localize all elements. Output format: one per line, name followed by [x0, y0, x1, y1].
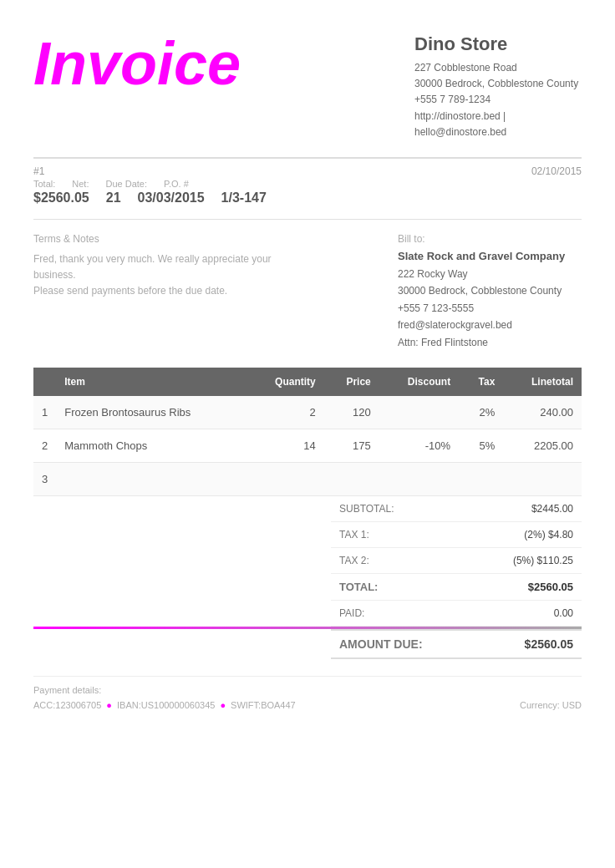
company-email: hello@dinostore.bed — [414, 124, 582, 140]
invoice-page: Invoice Dino Store 227 Cobblestone Road … — [0, 0, 615, 868]
subtotal-row: SUBTOTAL: $2445.00 — [331, 496, 582, 522]
row3-linetotal — [503, 462, 582, 495]
mid-section: Terms & Notes Fred, thank you very much.… — [33, 233, 582, 351]
row2-quantity: 14 — [247, 429, 324, 462]
dot-1: ● — [106, 700, 112, 710]
divider-1 — [33, 219, 582, 220]
amount-due-table: AMOUNT DUE: $2560.05 — [331, 629, 582, 659]
company-details: 227 Cobblestone Road 30000 Bedrock, Cobb… — [414, 60, 582, 140]
row3-item — [56, 462, 247, 495]
table-row: 3 — [33, 462, 582, 495]
bill-section: Bill to: Slate Rock and Gravel Company 2… — [398, 233, 582, 351]
total-label: Total: — [33, 179, 55, 189]
company-phone: +555 7 789-1234 — [414, 92, 582, 108]
po-value: 1/3-147 — [221, 190, 267, 206]
row1-linetotal: 240.00 — [503, 396, 582, 429]
bill-details: 222 Rocky Way 30000 Bedrock, Cobblestone… — [398, 266, 582, 351]
meta-values: $2560.05 21 03/03/2015 1/3-147 — [33, 190, 582, 206]
paid-row: PAID: 0.00 — [331, 601, 582, 627]
tax1-label: TAX 1: — [339, 529, 369, 541]
row1-tax: 2% — [459, 396, 503, 429]
table-header-row: Item Quantity Price Discount Tax Linetot… — [33, 368, 582, 396]
row1-price: 120 — [324, 396, 379, 429]
po-label: P.O. # — [164, 179, 189, 189]
row2-linetotal: 2205.00 — [503, 429, 582, 462]
totals-table: SUBTOTAL: $2445.00 TAX 1: (2%) $4.80 TAX… — [331, 496, 582, 627]
bill-to-label: Bill to: — [398, 233, 582, 245]
col-header-price: Price — [324, 368, 379, 396]
row2-item: Mammoth Chops — [56, 429, 247, 462]
items-table: Item Quantity Price Discount Tax Linetot… — [33, 368, 582, 496]
col-header-linetotal: Linetotal — [503, 368, 582, 396]
terms-text: Fred, thank you very much. We really app… — [33, 251, 284, 300]
footer-section: Payment details: ACC:123006705 ● IBAN:US… — [33, 676, 582, 710]
footer-iban: IBAN:US100000060345 — [117, 700, 215, 710]
total-label: TOTAL: — [339, 581, 378, 593]
total-row: TOTAL: $2560.05 — [331, 574, 582, 601]
row1-discount — [379, 396, 459, 429]
row1-quantity: 2 — [247, 396, 324, 429]
row3-tax — [459, 462, 503, 495]
tax1-row: TAX 1: (2%) $4.80 — [331, 522, 582, 548]
invoice-number: #1 — [33, 165, 44, 177]
row1-item: Frozen Brontosaurus Ribs — [56, 396, 247, 429]
footer-currency: Currency: USD — [520, 700, 582, 710]
meta-section: #1 02/10/2015 Total: Net: Due Date: P.O.… — [33, 157, 582, 206]
bill-address1: 222 Rocky Way — [398, 266, 582, 282]
meta-row-top: #1 02/10/2015 — [33, 165, 582, 177]
bill-email: fred@slaterockgravel.bed — [398, 317, 582, 333]
row3-num: 3 — [33, 462, 56, 495]
subtotal-value: $2445.00 — [531, 503, 573, 515]
terms-title: Terms & Notes — [33, 233, 284, 245]
meta-labels: Total: Net: Due Date: P.O. # — [33, 179, 582, 189]
terms-section: Terms & Notes Fred, thank you very much.… — [33, 233, 284, 351]
company-address1: 227 Cobblestone Road — [414, 60, 582, 76]
total-value: $2560.05 — [528, 581, 573, 593]
tax1-value: (2%) $4.80 — [524, 529, 573, 541]
due-date-value: 03/03/2015 — [138, 190, 205, 206]
total-value: $2560.05 — [33, 190, 89, 206]
col-header-discount: Discount — [379, 368, 459, 396]
company-website: http://dinostore.bed | — [414, 109, 582, 124]
dot-2: ● — [220, 700, 226, 710]
totals-section: SUBTOTAL: $2445.00 TAX 1: (2%) $4.80 TAX… — [33, 496, 582, 627]
bill-company: Slate Rock and Gravel Company — [398, 250, 582, 262]
invoice-title: Invoice — [33, 33, 241, 94]
due-date-label: Due Date: — [105, 179, 147, 189]
tax2-row: TAX 2: (5%) $110.25 — [331, 548, 582, 574]
row2-tax: 5% — [459, 429, 503, 462]
row3-discount — [379, 462, 459, 495]
company-info: Dino Store 227 Cobblestone Road 30000 Be… — [414, 33, 582, 140]
paid-label: PAID: — [339, 607, 364, 619]
net-label: Net: — [72, 179, 89, 189]
bill-attn: Attn: Fred Flintstone — [398, 334, 582, 351]
bill-phone: +555 7 123-5555 — [398, 300, 582, 317]
col-header-num — [33, 368, 56, 396]
footer-details: ACC:123006705 ● IBAN:US100000060345 ● SW… — [33, 700, 582, 710]
amount-due-section: AMOUNT DUE: $2560.05 — [33, 629, 582, 659]
amount-due-row: AMOUNT DUE: $2560.05 — [331, 629, 582, 659]
footer-acc: ACC:123006705 — [33, 700, 101, 710]
header-section: Invoice Dino Store 227 Cobblestone Road … — [33, 33, 582, 140]
net-value: 21 — [106, 190, 121, 206]
col-header-tax: Tax — [459, 368, 503, 396]
footer-swift: SWIFT:BOA447 — [231, 700, 296, 710]
footer-payment: ACC:123006705 ● IBAN:US100000060345 ● SW… — [33, 700, 296, 710]
invoice-date: 02/10/2015 — [531, 165, 582, 177]
bill-address2: 30000 Bedrock, Cobblestone County — [398, 282, 582, 299]
row2-price: 175 — [324, 429, 379, 462]
amount-due-label: AMOUNT DUE: — [339, 637, 423, 651]
paid-value: 0.00 — [554, 607, 573, 619]
row2-num: 2 — [33, 429, 56, 462]
payment-label: Payment details: — [33, 685, 582, 695]
col-header-item: Item — [56, 368, 247, 396]
row3-quantity — [247, 462, 324, 495]
table-row: 1 Frozen Brontosaurus Ribs 2 120 2% 240.… — [33, 396, 582, 429]
subtotal-label: SUBTOTAL: — [339, 503, 394, 515]
row1-num: 1 — [33, 396, 56, 429]
tax2-label: TAX 2: — [339, 555, 369, 566]
company-address2: 30000 Bedrock, Cobblestone County — [414, 76, 582, 92]
amount-due-value: $2560.05 — [525, 637, 573, 651]
table-row: 2 Mammoth Chops 14 175 -10% 5% 2205.00 — [33, 429, 582, 462]
row3-price — [324, 462, 379, 495]
